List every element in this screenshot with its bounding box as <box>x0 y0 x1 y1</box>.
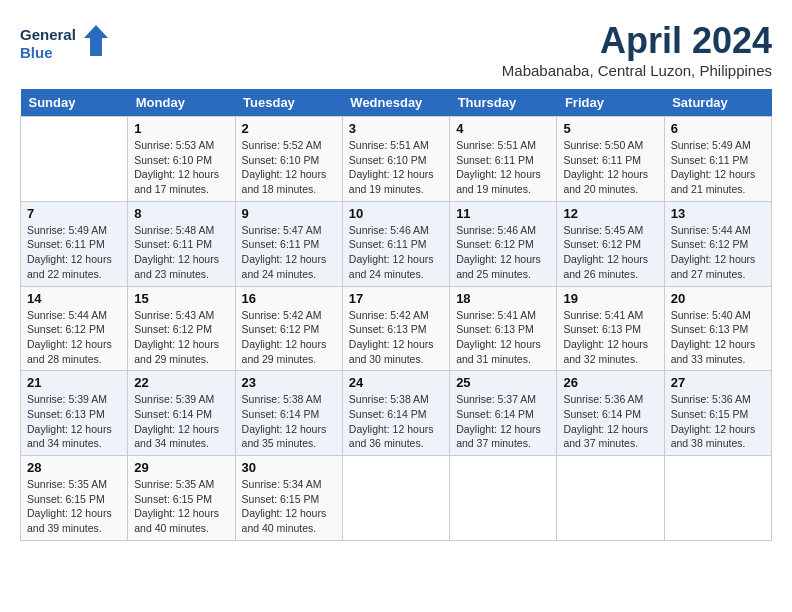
calendar-cell: 20Sunrise: 5:40 AMSunset: 6:13 PMDayligh… <box>664 286 771 371</box>
day-info: Sunrise: 5:53 AMSunset: 6:10 PMDaylight:… <box>134 138 228 197</box>
day-number: 4 <box>456 121 550 136</box>
day-number: 17 <box>349 291 443 306</box>
calendar-cell: 5Sunrise: 5:50 AMSunset: 6:11 PMDaylight… <box>557 117 664 202</box>
calendar-cell: 19Sunrise: 5:41 AMSunset: 6:13 PMDayligh… <box>557 286 664 371</box>
day-info: Sunrise: 5:46 AMSunset: 6:12 PMDaylight:… <box>456 223 550 282</box>
day-number: 25 <box>456 375 550 390</box>
calendar-cell: 16Sunrise: 5:42 AMSunset: 6:12 PMDayligh… <box>235 286 342 371</box>
day-number: 21 <box>27 375 121 390</box>
day-info: Sunrise: 5:34 AMSunset: 6:15 PMDaylight:… <box>242 477 336 536</box>
day-number: 8 <box>134 206 228 221</box>
calendar-cell: 4Sunrise: 5:51 AMSunset: 6:11 PMDaylight… <box>450 117 557 202</box>
calendar-cell: 21Sunrise: 5:39 AMSunset: 6:13 PMDayligh… <box>21 371 128 456</box>
day-number: 1 <box>134 121 228 136</box>
day-info: Sunrise: 5:51 AMSunset: 6:11 PMDaylight:… <box>456 138 550 197</box>
calendar-cell: 7Sunrise: 5:49 AMSunset: 6:11 PMDaylight… <box>21 201 128 286</box>
calendar-cell <box>450 456 557 541</box>
calendar-cell: 22Sunrise: 5:39 AMSunset: 6:14 PMDayligh… <box>128 371 235 456</box>
day-number: 12 <box>563 206 657 221</box>
calendar-cell: 18Sunrise: 5:41 AMSunset: 6:13 PMDayligh… <box>450 286 557 371</box>
svg-text:Blue: Blue <box>20 44 53 61</box>
day-info: Sunrise: 5:43 AMSunset: 6:12 PMDaylight:… <box>134 308 228 367</box>
calendar-cell: 3Sunrise: 5:51 AMSunset: 6:10 PMDaylight… <box>342 117 449 202</box>
calendar-cell: 10Sunrise: 5:46 AMSunset: 6:11 PMDayligh… <box>342 201 449 286</box>
day-info: Sunrise: 5:41 AMSunset: 6:13 PMDaylight:… <box>563 308 657 367</box>
calendar-week-row: 14Sunrise: 5:44 AMSunset: 6:12 PMDayligh… <box>21 286 772 371</box>
calendar-cell: 30Sunrise: 5:34 AMSunset: 6:15 PMDayligh… <box>235 456 342 541</box>
day-info: Sunrise: 5:36 AMSunset: 6:14 PMDaylight:… <box>563 392 657 451</box>
day-info: Sunrise: 5:50 AMSunset: 6:11 PMDaylight:… <box>563 138 657 197</box>
day-info: Sunrise: 5:52 AMSunset: 6:10 PMDaylight:… <box>242 138 336 197</box>
svg-marker-2 <box>84 25 108 56</box>
calendar-week-row: 28Sunrise: 5:35 AMSunset: 6:15 PMDayligh… <box>21 456 772 541</box>
day-info: Sunrise: 5:39 AMSunset: 6:13 PMDaylight:… <box>27 392 121 451</box>
month-year-title: April 2024 <box>502 20 772 62</box>
weekday-header-wednesday: Wednesday <box>342 89 449 117</box>
calendar-week-row: 1Sunrise: 5:53 AMSunset: 6:10 PMDaylight… <box>21 117 772 202</box>
weekday-header-saturday: Saturday <box>664 89 771 117</box>
day-info: Sunrise: 5:46 AMSunset: 6:11 PMDaylight:… <box>349 223 443 282</box>
day-number: 10 <box>349 206 443 221</box>
day-number: 7 <box>27 206 121 221</box>
day-number: 2 <box>242 121 336 136</box>
calendar-cell: 24Sunrise: 5:38 AMSunset: 6:14 PMDayligh… <box>342 371 449 456</box>
calendar-cell: 6Sunrise: 5:49 AMSunset: 6:11 PMDaylight… <box>664 117 771 202</box>
weekday-header-monday: Monday <box>128 89 235 117</box>
calendar-table: SundayMondayTuesdayWednesdayThursdayFrid… <box>20 89 772 541</box>
day-number: 14 <box>27 291 121 306</box>
title-block: April 2024 Mababanaba, Central Luzon, Ph… <box>502 20 772 79</box>
calendar-cell: 1Sunrise: 5:53 AMSunset: 6:10 PMDaylight… <box>128 117 235 202</box>
calendar-cell <box>664 456 771 541</box>
logo: General Blue <box>20 20 110 65</box>
day-number: 9 <box>242 206 336 221</box>
calendar-cell: 11Sunrise: 5:46 AMSunset: 6:12 PMDayligh… <box>450 201 557 286</box>
day-number: 3 <box>349 121 443 136</box>
day-info: Sunrise: 5:47 AMSunset: 6:11 PMDaylight:… <box>242 223 336 282</box>
calendar-cell: 13Sunrise: 5:44 AMSunset: 6:12 PMDayligh… <box>664 201 771 286</box>
calendar-cell: 15Sunrise: 5:43 AMSunset: 6:12 PMDayligh… <box>128 286 235 371</box>
day-number: 5 <box>563 121 657 136</box>
logo-svg: General Blue <box>20 20 110 65</box>
calendar-cell: 14Sunrise: 5:44 AMSunset: 6:12 PMDayligh… <box>21 286 128 371</box>
weekday-header-tuesday: Tuesday <box>235 89 342 117</box>
day-number: 20 <box>671 291 765 306</box>
calendar-cell: 17Sunrise: 5:42 AMSunset: 6:13 PMDayligh… <box>342 286 449 371</box>
calendar-week-row: 21Sunrise: 5:39 AMSunset: 6:13 PMDayligh… <box>21 371 772 456</box>
day-info: Sunrise: 5:44 AMSunset: 6:12 PMDaylight:… <box>671 223 765 282</box>
day-number: 28 <box>27 460 121 475</box>
calendar-cell: 9Sunrise: 5:47 AMSunset: 6:11 PMDaylight… <box>235 201 342 286</box>
calendar-cell: 28Sunrise: 5:35 AMSunset: 6:15 PMDayligh… <box>21 456 128 541</box>
day-info: Sunrise: 5:41 AMSunset: 6:13 PMDaylight:… <box>456 308 550 367</box>
day-number: 6 <box>671 121 765 136</box>
calendar-cell: 2Sunrise: 5:52 AMSunset: 6:10 PMDaylight… <box>235 117 342 202</box>
day-info: Sunrise: 5:36 AMSunset: 6:15 PMDaylight:… <box>671 392 765 451</box>
day-info: Sunrise: 5:42 AMSunset: 6:12 PMDaylight:… <box>242 308 336 367</box>
calendar-week-row: 7Sunrise: 5:49 AMSunset: 6:11 PMDaylight… <box>21 201 772 286</box>
svg-text:General: General <box>20 26 76 43</box>
day-number: 15 <box>134 291 228 306</box>
weekday-header-row: SundayMondayTuesdayWednesdayThursdayFrid… <box>21 89 772 117</box>
weekday-header-thursday: Thursday <box>450 89 557 117</box>
page-header: General Blue April 2024 Mababanaba, Cent… <box>20 20 772 79</box>
day-info: Sunrise: 5:45 AMSunset: 6:12 PMDaylight:… <box>563 223 657 282</box>
day-info: Sunrise: 5:38 AMSunset: 6:14 PMDaylight:… <box>242 392 336 451</box>
day-number: 13 <box>671 206 765 221</box>
day-info: Sunrise: 5:48 AMSunset: 6:11 PMDaylight:… <box>134 223 228 282</box>
calendar-cell: 12Sunrise: 5:45 AMSunset: 6:12 PMDayligh… <box>557 201 664 286</box>
calendar-cell <box>21 117 128 202</box>
day-number: 22 <box>134 375 228 390</box>
day-number: 26 <box>563 375 657 390</box>
day-number: 27 <box>671 375 765 390</box>
day-info: Sunrise: 5:44 AMSunset: 6:12 PMDaylight:… <box>27 308 121 367</box>
calendar-cell <box>557 456 664 541</box>
weekday-header-friday: Friday <box>557 89 664 117</box>
day-info: Sunrise: 5:35 AMSunset: 6:15 PMDaylight:… <box>27 477 121 536</box>
day-info: Sunrise: 5:38 AMSunset: 6:14 PMDaylight:… <box>349 392 443 451</box>
day-number: 16 <box>242 291 336 306</box>
day-number: 24 <box>349 375 443 390</box>
day-info: Sunrise: 5:35 AMSunset: 6:15 PMDaylight:… <box>134 477 228 536</box>
day-number: 29 <box>134 460 228 475</box>
calendar-cell: 29Sunrise: 5:35 AMSunset: 6:15 PMDayligh… <box>128 456 235 541</box>
calendar-cell <box>342 456 449 541</box>
day-info: Sunrise: 5:40 AMSunset: 6:13 PMDaylight:… <box>671 308 765 367</box>
